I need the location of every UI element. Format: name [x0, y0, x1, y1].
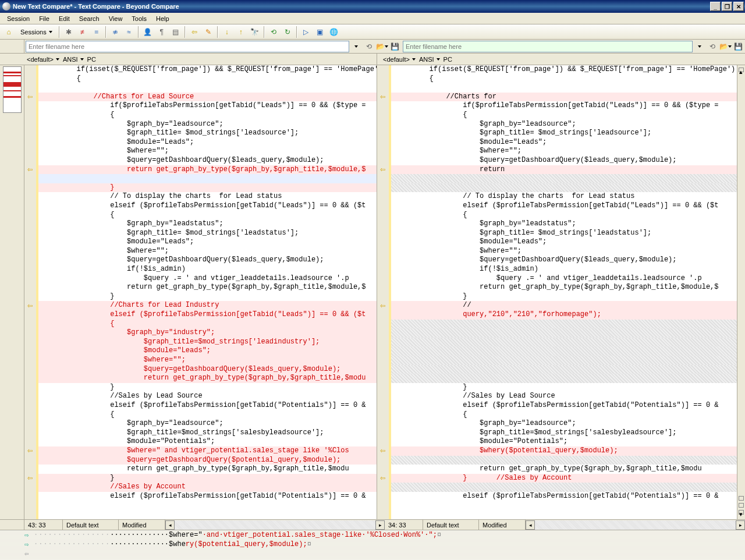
scroll-track[interactable] [175, 520, 375, 530]
diff-arrow-icon [24, 338, 35, 347]
thumbnail-column[interactable] [0, 65, 24, 519]
diff-arrow-icon [377, 320, 388, 329]
left-pane: ⇦⇦⇦⇦⇦ if(isset($_REQUEST['from_page']) &… [24, 65, 377, 519]
left-history-button[interactable]: ⟲ [363, 41, 375, 52]
right-encoding-dropdown[interactable]: ANSI [419, 56, 440, 63]
caret-icon [49, 31, 52, 33]
scroll-track[interactable] [535, 520, 736, 530]
left-eol-dropdown[interactable]: PC [87, 56, 96, 63]
diff-arrow-icon [24, 483, 35, 492]
diff-arrow-icon [377, 328, 388, 338]
copy-right-button[interactable]: ▷ [300, 26, 313, 38]
menu-view[interactable]: View [104, 14, 127, 23]
left-code-view[interactable]: if(isset($_REQUEST['from_page']) && $_RE… [38, 65, 377, 519]
find-button[interactable]: 🔭 [249, 26, 261, 38]
diff-arrow-icon [377, 138, 388, 147]
left-encoding-dropdown[interactable]: ANSI [63, 56, 84, 63]
right-horizontal-scrollbar[interactable]: ◂ ▸ [526, 520, 745, 530]
left-path-dropdown[interactable] [350, 41, 362, 52]
toolbar-separator [105, 26, 107, 38]
right-format-dropdown[interactable]: <default> [383, 56, 416, 63]
left-file-path-input[interactable] [26, 41, 349, 52]
next-section-down-button[interactable]: ↓ [221, 26, 233, 38]
right-open-button[interactable]: 📂 [719, 41, 731, 52]
diff-arrow-icon [24, 383, 35, 392]
diff-arrow-icon [377, 156, 388, 165]
menu-tools[interactable]: Tools [127, 14, 151, 23]
diff-arrow-icon [377, 111, 388, 120]
menu-file[interactable]: File [34, 14, 54, 23]
reload-button[interactable]: ↻ [281, 26, 294, 38]
diff-arrow-icon [24, 101, 35, 111]
scroll-left-button[interactable]: ◂ [165, 520, 175, 530]
right-save-button[interactable]: 💾 [732, 41, 744, 52]
right-code-view[interactable]: if(isset($_REQUEST['from_page']) && $_RE… [391, 65, 737, 519]
right-file-path-input[interactable] [403, 41, 693, 52]
diff-arrow-icon [24, 65, 35, 75]
next-section-up-button[interactable]: ↑ [235, 26, 247, 38]
menu-session[interactable]: Session [2, 14, 34, 23]
scroll-right-button[interactable]: ▸ [736, 520, 745, 530]
scroll-left-button[interactable]: ◂ [526, 520, 535, 530]
swap-button[interactable]: ⟲ [267, 26, 280, 38]
diff-arrow-icon: ⇦ [377, 165, 388, 175]
minor-diff-button[interactable]: ≉ [109, 26, 122, 38]
diff-arrow-icon [377, 201, 388, 211]
menu-edit[interactable]: Edit [54, 14, 74, 23]
not-equal-icon: ≠ [80, 29, 84, 36]
scroll-marker[interactable]: ▾ [739, 510, 744, 515]
right-eol-dropdown[interactable]: PC [444, 56, 452, 63]
diff-arrow-icon [377, 483, 388, 492]
copy-block-button[interactable]: ▣ [314, 26, 327, 38]
arrow-up-icon: ↑ [239, 29, 243, 36]
show-all-button[interactable]: ✱ [62, 26, 75, 38]
diff-arrow-icon [24, 346, 35, 356]
inline-diff-line: ⇦ [0, 549, 745, 558]
thumbnail-view[interactable] [3, 66, 22, 113]
left-save-button[interactable]: 💾 [389, 41, 400, 52]
swap-icon: ⟲ [271, 29, 276, 36]
toolbar-separator [217, 26, 218, 38]
scroll-marker[interactable] [739, 496, 744, 501]
format-button[interactable]: ¶ [155, 26, 168, 38]
right-path-dropdown[interactable] [694, 41, 705, 52]
right-cursor-position: 34: 33 [385, 520, 423, 530]
scroll-marker[interactable]: ▴ [739, 68, 744, 72]
pencil-icon: ✎ [205, 29, 211, 36]
menu-help[interactable]: Help [151, 14, 174, 23]
sessions-dropdown[interactable]: Sessions [16, 26, 56, 38]
diff-arrow-icon [24, 201, 35, 211]
menu-search[interactable]: Search [74, 14, 104, 23]
diff-arrow-icon [24, 292, 35, 302]
format2-button[interactable]: ▤ [169, 26, 182, 38]
diff-arrow-icon [377, 211, 388, 220]
rules-button[interactable]: 👤 [141, 26, 154, 38]
prev-diff-button[interactable]: ⇦ [188, 26, 201, 38]
show-diff-button[interactable]: ≠ [76, 26, 89, 38]
show-same-button[interactable]: = [90, 26, 103, 38]
edit-button[interactable]: ✎ [202, 26, 215, 38]
maximize-button[interactable]: ❐ [722, 2, 732, 11]
diff-arrow-icon [24, 410, 35, 420]
pilcrow-icon: ¤ [307, 540, 311, 548]
approx-button[interactable]: ≈ [123, 26, 136, 38]
caret-icon [728, 45, 732, 48]
close-button[interactable]: ✕ [733, 2, 744, 11]
folder-icon: 📂 [376, 43, 385, 50]
left-horizontal-scrollbar[interactable]: ◂ ▸ [165, 520, 385, 530]
caret-icon [698, 45, 701, 48]
inline-diff-panel: ⇨ ················ ··············$where=… [0, 530, 745, 560]
left-format-dropdown[interactable]: <default> [27, 56, 59, 63]
home-button[interactable]: ⌂ [2, 26, 15, 38]
right-scroll-markers[interactable]: ▴ ▾ [737, 65, 745, 519]
diff-arrow-icon [24, 428, 35, 438]
scroll-marker[interactable] [739, 503, 744, 508]
block-icon: ▣ [317, 29, 323, 36]
diff-arrow-icon [24, 419, 35, 428]
left-open-button[interactable]: 📂 [376, 41, 388, 52]
minimize-button[interactable]: _ [710, 2, 721, 11]
right-history-button[interactable]: ⟲ [707, 41, 718, 52]
web-button[interactable]: 🌐 [328, 26, 340, 38]
diff-arrow-icon [24, 274, 35, 283]
scroll-right-button[interactable]: ▸ [375, 520, 385, 530]
